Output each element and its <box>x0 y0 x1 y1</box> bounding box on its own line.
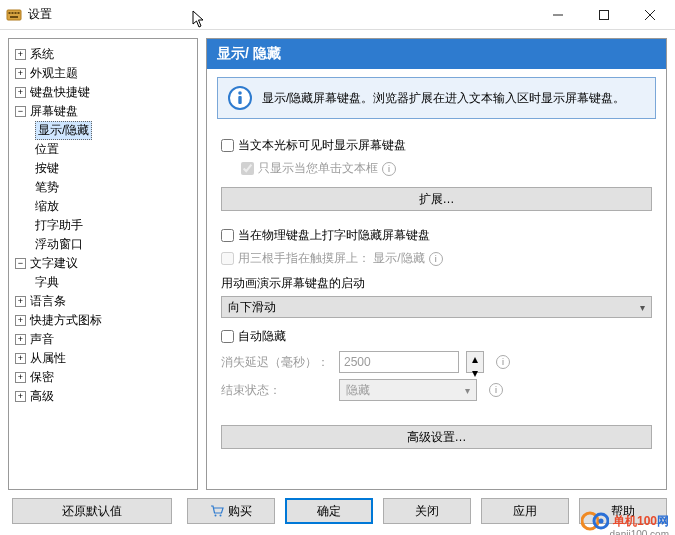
svg-point-11 <box>238 91 242 95</box>
nav-item-label: 按键 <box>35 160 59 177</box>
checkbox-three-finger: 用三根手指在触摸屏上： 显示/隐藏 i <box>221 250 652 267</box>
delay-input[interactable] <box>339 351 459 373</box>
nav-item-label: 屏幕键盘 <box>30 103 78 120</box>
expand-icon[interactable]: + <box>15 296 26 307</box>
nav-item-label: 位置 <box>35 141 59 158</box>
nav-item-label: 系统 <box>30 46 54 63</box>
nav-item-label: 快捷方式图标 <box>30 312 102 329</box>
chevron-down-icon: ▾ <box>465 385 470 396</box>
info-icon <box>228 86 252 110</box>
expand-icon[interactable]: + <box>15 315 26 326</box>
restore-defaults-button[interactable]: 还原默认值 <box>12 498 172 524</box>
svg-rect-7 <box>600 10 609 19</box>
delay-field: 消失延迟（毫秒）： ▴▾ i <box>221 351 652 373</box>
extensions-button[interactable]: 扩展… <box>221 187 652 211</box>
apply-button[interactable]: 应用 <box>481 498 569 524</box>
svg-point-14 <box>220 515 222 517</box>
nav-item-label: 显示/隐藏 <box>35 121 92 140</box>
expand-icon[interactable]: + <box>15 87 26 98</box>
chevron-down-icon: ▾ <box>640 302 645 313</box>
nav-item-5[interactable]: 位置 <box>9 140 197 159</box>
collapse-icon[interactable]: − <box>15 258 26 269</box>
nav-item-14[interactable]: +快捷方式图标 <box>9 311 197 330</box>
checkbox-only-on-click: 只显示当您单击文本框 i <box>241 160 652 177</box>
nav-item-16[interactable]: +从属性 <box>9 349 197 368</box>
info-text: 显示/隐藏屏幕键盘。浏览器扩展在进入文本输入区时显示屏幕键盘。 <box>262 90 625 107</box>
settings-panel: 显示/ 隐藏 显示/隐藏屏幕键盘。浏览器扩展在进入文本输入区时显示屏幕键盘。 当… <box>206 38 667 490</box>
help-icon[interactable]: i <box>429 252 443 266</box>
titlebar: 设置 <box>0 0 675 30</box>
nav-item-12[interactable]: 字典 <box>9 273 197 292</box>
nav-item-label: 高级 <box>30 388 54 405</box>
close-dialog-button[interactable]: 关闭 <box>383 498 471 524</box>
svg-point-17 <box>598 519 603 524</box>
nav-item-17[interactable]: +保密 <box>9 368 197 387</box>
nav-item-3[interactable]: −屏幕键盘 <box>9 102 197 121</box>
checkbox-autohide[interactable]: 自动隐藏 <box>221 328 652 345</box>
advanced-button[interactable]: 高级设置… <box>221 425 652 449</box>
collapse-icon[interactable]: − <box>15 106 26 117</box>
ok-button[interactable]: 确定 <box>285 498 373 524</box>
svg-point-13 <box>215 515 217 517</box>
cart-icon <box>210 505 224 517</box>
help-icon[interactable]: i <box>489 383 503 397</box>
help-icon[interactable]: i <box>382 162 396 176</box>
watermark-icon <box>581 511 609 531</box>
window-title: 设置 <box>28 6 535 23</box>
nav-item-label: 保密 <box>30 369 54 386</box>
nav-item-6[interactable]: 按键 <box>9 159 197 178</box>
nav-item-8[interactable]: 缩放 <box>9 197 197 216</box>
nav-item-10[interactable]: 浮动窗口 <box>9 235 197 254</box>
animation-select[interactable]: 向下滑动▾ <box>221 296 652 318</box>
checkbox-hide-on-physical[interactable]: 当在物理键盘上打字时隐藏屏幕键盘 <box>221 227 652 244</box>
delay-spinner[interactable]: ▴▾ <box>466 351 484 373</box>
svg-rect-4 <box>18 12 20 14</box>
svg-rect-3 <box>15 12 17 14</box>
svg-rect-12 <box>238 96 241 104</box>
nav-item-label: 语言条 <box>30 293 66 310</box>
nav-item-label: 键盘快捷键 <box>30 84 90 101</box>
info-box: 显示/隐藏屏幕键盘。浏览器扩展在进入文本输入区时显示屏幕键盘。 <box>217 77 656 119</box>
expand-icon[interactable]: + <box>15 68 26 79</box>
nav-item-label: 字典 <box>35 274 59 291</box>
nav-item-13[interactable]: +语言条 <box>9 292 197 311</box>
watermark: 单机100网 danji100.com <box>581 511 669 531</box>
svg-rect-5 <box>10 16 18 18</box>
buy-button[interactable]: 购买 <box>187 498 275 524</box>
nav-item-15[interactable]: +声音 <box>9 330 197 349</box>
nav-item-label: 笔势 <box>35 179 59 196</box>
expand-icon[interactable]: + <box>15 334 26 345</box>
nav-item-9[interactable]: 打字助手 <box>9 216 197 235</box>
expand-icon[interactable]: + <box>15 372 26 383</box>
nav-item-4[interactable]: 显示/隐藏 <box>9 121 197 140</box>
nav-item-label: 缩放 <box>35 198 59 215</box>
svg-rect-2 <box>12 12 14 14</box>
nav-item-2[interactable]: +键盘快捷键 <box>9 83 197 102</box>
nav-item-7[interactable]: 笔势 <box>9 178 197 197</box>
svg-rect-1 <box>9 12 11 14</box>
expand-icon[interactable]: + <box>15 391 26 402</box>
nav-item-18[interactable]: +高级 <box>9 387 197 406</box>
bottom-bar: 还原默认值 购买 确定 关闭 应用 帮助 <box>0 490 675 532</box>
close-button[interactable] <box>627 0 673 30</box>
expand-icon[interactable]: + <box>15 49 26 60</box>
nav-item-0[interactable]: +系统 <box>9 45 197 64</box>
panel-header: 显示/ 隐藏 <box>207 39 666 69</box>
maximize-button[interactable] <box>581 0 627 30</box>
nav-item-label: 声音 <box>30 331 54 348</box>
nav-item-11[interactable]: −文字建议 <box>9 254 197 273</box>
nav-item-1[interactable]: +外观主题 <box>9 64 197 83</box>
nav-item-label: 打字助手 <box>35 217 83 234</box>
endstate-select[interactable]: 隐藏▾ <box>339 379 477 401</box>
animation-label: 用动画演示屏幕键盘的启动 <box>221 275 652 292</box>
nav-item-label: 从属性 <box>30 350 66 367</box>
nav-item-label: 浮动窗口 <box>35 236 83 253</box>
expand-icon[interactable]: + <box>15 353 26 364</box>
nav-tree[interactable]: +系统+外观主题+键盘快捷键−屏幕键盘显示/隐藏位置按键笔势缩放打字助手浮动窗口… <box>8 38 198 490</box>
help-icon[interactable]: i <box>496 355 510 369</box>
checkbox-show-on-caret[interactable]: 当文本光标可见时显示屏幕键盘 <box>221 137 652 154</box>
nav-item-label: 外观主题 <box>30 65 78 82</box>
app-icon <box>6 7 22 23</box>
svg-rect-0 <box>7 10 21 20</box>
minimize-button[interactable] <box>535 0 581 30</box>
